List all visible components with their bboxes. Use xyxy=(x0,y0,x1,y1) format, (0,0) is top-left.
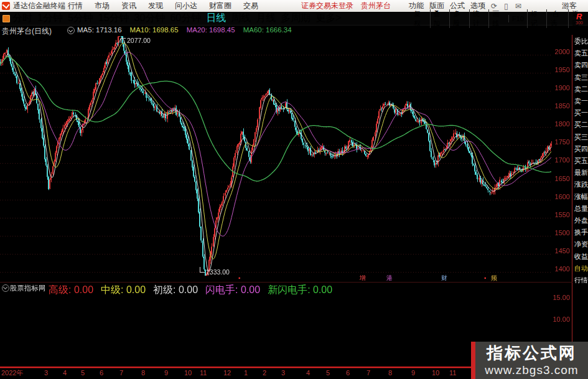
sidebar-row-卖三[interactable]: 卖三 xyxy=(574,73,588,81)
sidebar-row-净资[interactable]: 净资 xyxy=(574,240,588,248)
menu-item-资讯[interactable]: 资讯 xyxy=(121,1,136,11)
ma-value-MA10: MA10: 1698.65 xyxy=(130,26,179,34)
sidebar-row-卖五[interactable]: 卖五 xyxy=(574,49,588,57)
chart-mode-icon[interactable] xyxy=(2,15,10,22)
sidebar-row-卖二[interactable]: 卖二 xyxy=(574,85,588,93)
price-tick: 1450 xyxy=(550,248,570,255)
main-menu-bar: 行情市场资讯发现问小达财富圈交易 xyxy=(68,0,258,12)
event-marker[interactable]: 港 xyxy=(386,275,393,281)
menu-item-行情[interactable]: 行情 xyxy=(68,1,83,11)
sidebar-row-总量[interactable]: 总量 xyxy=(574,205,588,212)
sidebar-row-换手[interactable]: 换手 xyxy=(574,228,588,236)
indicator-field-新闪电手: 新闪电手: 0.00 xyxy=(268,284,332,297)
date-label: 6 xyxy=(346,369,350,377)
watermark-url: www.zbgs3.com xyxy=(475,363,588,377)
period-tab-30分钟[interactable]: 30分钟 xyxy=(134,12,166,25)
sidebar-row-买二[interactable]: 买二 xyxy=(574,121,588,128)
event-marker[interactable]: 频 xyxy=(491,275,497,281)
date-label: 2 xyxy=(263,369,266,377)
app-identity: 通达信金融终端 xyxy=(2,0,65,12)
date-label: 10 xyxy=(432,369,439,377)
indicator-field-闪电手: 闪电手: 0.00 xyxy=(205,284,260,297)
period-tabs: 分时1分钟5分钟15分钟30分钟60分钟日线周线月线多周期更多> xyxy=(12,12,342,25)
menu-item-发现[interactable]: 发现 xyxy=(148,1,163,11)
low-annotation: 1333.00 xyxy=(206,269,230,275)
date-label: 10 xyxy=(184,369,192,377)
date-label: 3 xyxy=(281,369,285,377)
tdx-logo-icon xyxy=(2,2,10,10)
period-tab-1分钟[interactable]: 1分钟 xyxy=(37,12,63,25)
date-label: 11 xyxy=(449,369,456,377)
date-label: 4 xyxy=(306,369,310,377)
sidebar-row-委比[interactable]: 委比 xyxy=(574,37,588,45)
sidebar-row-最新[interactable]: 最新 xyxy=(574,169,588,176)
period-tab-5分钟[interactable]: 5分钟 xyxy=(68,12,93,25)
sidebar-row-收益[interactable]: 收益 xyxy=(574,253,588,260)
price-tick: 1950 xyxy=(550,67,570,73)
indicator-field-高级: 高级: 0.00 xyxy=(49,284,93,297)
date-label: 8 xyxy=(388,369,392,377)
indicator-name[interactable]: 股票指标网 xyxy=(10,284,46,293)
indicator-tick: 10.00 xyxy=(550,316,570,323)
sidebar-row-卖一[interactable]: 卖一 xyxy=(574,97,588,105)
sidebar-row-涨跌[interactable]: 涨跌 xyxy=(574,180,588,188)
high-annotation-hook xyxy=(121,38,126,43)
sidebar-row-买三[interactable]: 买三 xyxy=(574,133,588,141)
sidebar-row-外盘[interactable]: 外盘 xyxy=(574,217,588,224)
sidebar-row-涨幅[interactable]: 涨幅 xyxy=(574,193,588,200)
price-tick: 1400 xyxy=(550,266,570,273)
r-badge-sub: 300 xyxy=(576,21,583,25)
date-label: 7 xyxy=(119,369,123,377)
date-label: 2022年 xyxy=(1,369,23,377)
price-tick: 1550 xyxy=(550,212,570,218)
r-badge: R xyxy=(576,13,582,21)
panel-separator xyxy=(0,282,572,283)
period-tab-月线[interactable]: 月线 xyxy=(256,12,276,25)
indicator-tick: 15.00 xyxy=(550,294,570,301)
period-tab-周线[interactable]: 周线 xyxy=(231,12,251,25)
period-tab-更多>[interactable]: 更多> xyxy=(315,12,341,25)
mail-icon[interactable]: ✉ xyxy=(515,2,521,11)
date-label: 3 xyxy=(44,369,48,377)
date-label: 4 xyxy=(63,369,67,377)
date-label: 5 xyxy=(81,369,85,377)
chevron-down-icon[interactable] xyxy=(67,27,75,34)
event-marker[interactable]: ▪ xyxy=(484,275,487,281)
price-tick: 1800 xyxy=(550,121,570,128)
price-tick: 1850 xyxy=(550,103,570,110)
period-tab-15分钟[interactable]: 15分钟 xyxy=(98,12,129,25)
menu-item-问小达[interactable]: 问小达 xyxy=(175,1,197,11)
candlestick-canvas[interactable] xyxy=(0,35,553,278)
sidebar-row-行情[interactable]: 行情 xyxy=(574,276,588,284)
login-status[interactable]: 证券交易未登录 xyxy=(301,1,353,11)
ma-values: MA5: 1713.16MA10: 1698.65MA20: 1698.45MA… xyxy=(77,26,292,34)
indicator-values: 高级: 0.00中级: 0.00初级: 0.00闪电手: 0.00新闪电手: 0… xyxy=(49,284,332,297)
period-tab-多周期[interactable]: 多周期 xyxy=(281,12,310,25)
period-tab-分时[interactable]: 分时 xyxy=(12,12,32,25)
action-button-F10[interactable]: F10 xyxy=(508,15,527,22)
period-tab-日线[interactable]: 日线 xyxy=(206,12,226,25)
price-tick: 2000 xyxy=(550,49,570,55)
event-marker[interactable]: ▪ xyxy=(238,275,241,281)
indicator-collapse-icon[interactable] xyxy=(2,284,9,292)
menu-item-交易[interactable]: 交易 xyxy=(243,1,258,11)
date-label: 1 xyxy=(244,369,248,377)
sidebar-row-买四[interactable]: 买四 xyxy=(574,145,588,152)
sidebar-row-卖四[interactable]: 卖四 xyxy=(574,61,588,68)
sidebar-row-自动[interactable]: 自动 xyxy=(574,264,588,272)
sidebar-row-买五[interactable]: 买五 xyxy=(574,157,588,164)
event-marker[interactable]: 财 xyxy=(441,275,447,281)
price-tick: 1900 xyxy=(550,85,570,91)
indicator-field-初级: 初级: 0.00 xyxy=(153,284,198,297)
date-label: 9 xyxy=(411,369,415,377)
menu-item-财富圈[interactable]: 财富圈 xyxy=(209,1,231,11)
price-tick: 1750 xyxy=(550,139,570,146)
period-tab-60分钟[interactable]: 60分钟 xyxy=(170,12,201,25)
current-stock-name[interactable]: 贵州茅台 xyxy=(361,1,391,11)
date-label: 8 xyxy=(141,369,145,377)
watermark-box: 指标公式网 www.zbgs3.com xyxy=(471,342,588,379)
event-marker[interactable]: 增 xyxy=(360,275,366,281)
sidebar-row-买一[interactable]: 买一 xyxy=(574,109,588,116)
high-annotation: 2077.00 xyxy=(127,37,151,44)
menu-item-市场[interactable]: 市场 xyxy=(95,1,110,11)
